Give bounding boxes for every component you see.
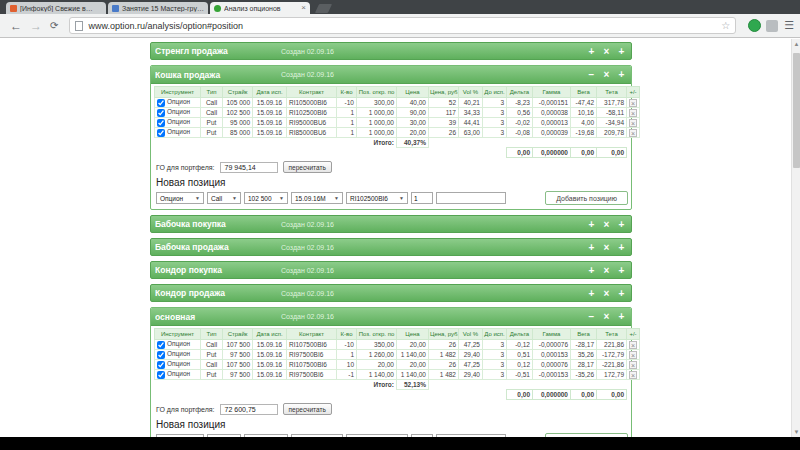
add-icon[interactable]: +	[616, 311, 627, 322]
cell: 300,00	[357, 98, 397, 108]
delete-row-icon[interactable]: ×	[629, 129, 637, 137]
delete-cell: ×	[627, 118, 640, 128]
cell: 90,00	[397, 108, 429, 118]
column-header: Vol %	[459, 87, 483, 98]
collapse-icon[interactable]: −	[586, 311, 597, 322]
table-header-row: ИнструментТипСтрайкДата исп.КонтрактК-во…	[155, 87, 640, 98]
delete-row-icon[interactable]: ×	[629, 371, 637, 379]
extension-icon[interactable]	[748, 19, 761, 32]
browser-tab[interactable]: [Инфокуб] Свежие в…	[6, 2, 106, 14]
delete-row-icon[interactable]: ×	[629, 109, 637, 117]
expand-icon[interactable]: +	[586, 265, 597, 276]
chevron-down-icon: ▼	[399, 195, 404, 201]
close-icon[interactable]: ×	[601, 219, 612, 230]
cell: 221,86	[597, 340, 627, 350]
menu-icon[interactable]: ☰	[784, 20, 794, 31]
column-header: До исп.	[483, 329, 507, 340]
refresh-icon[interactable]: ⟳	[50, 20, 58, 32]
option-row: ОпционCall107 50015.09.16RI107500BI6-103…	[155, 340, 640, 350]
cell: 107 500	[223, 340, 253, 350]
type-select[interactable]: Call▼	[207, 192, 241, 204]
expiry-select[interactable]: 15.09.16М▼	[291, 192, 343, 204]
cell: -10	[337, 98, 357, 108]
add-icon[interactable]: +	[616, 242, 627, 253]
cell: 3	[483, 108, 507, 118]
row-checkbox[interactable]	[157, 99, 165, 107]
cell: -58,11	[597, 108, 627, 118]
browser-tab-active[interactable]: Анализ опционов ×	[210, 2, 310, 14]
panel-header[interactable]: Бабочка продажа Создан 02.09.16 + × +	[150, 238, 632, 256]
instrument-cell: Опцион	[155, 98, 201, 108]
delete-row-icon[interactable]: ×	[629, 351, 637, 359]
delete-row-icon[interactable]: ×	[629, 119, 637, 127]
total-label: Итого:	[357, 380, 397, 390]
gamma-total: 0,000000	[533, 148, 571, 158]
cell: 317,78	[597, 98, 627, 108]
panel-title: Бабочка продажа	[155, 242, 281, 252]
add-icon[interactable]: +	[616, 288, 627, 299]
scroll-up-icon[interactable]: ▲	[793, 41, 800, 47]
cell: 15.09.16	[253, 340, 287, 350]
cell: 1 140,00	[397, 350, 429, 360]
close-icon[interactable]: ×	[601, 265, 612, 276]
instrument-cell: Опцион	[155, 108, 201, 118]
row-checkbox[interactable]	[157, 351, 165, 359]
panel-header[interactable]: Кондор продажа Создан 02.09.16 + × +	[150, 284, 632, 302]
cell: 15.09.16	[253, 360, 287, 370]
open-price-input[interactable]	[436, 192, 506, 204]
collapse-icon[interactable]: −	[586, 69, 597, 80]
close-icon[interactable]: ×	[601, 242, 612, 253]
add-icon[interactable]: +	[616, 219, 627, 230]
margin-value-field[interactable]: 79 945,14	[220, 162, 278, 173]
contract-select[interactable]: RI102500BI6▼	[346, 192, 408, 204]
expand-icon[interactable]: +	[586, 242, 597, 253]
extension-icon[interactable]	[766, 20, 778, 32]
expand-icon[interactable]: +	[586, 46, 597, 57]
panel-header[interactable]: Стренгл продажа Создан 02.09.16 + × +	[150, 42, 632, 60]
delete-row-icon[interactable]: ×	[629, 341, 637, 349]
panel-header[interactable]: Кондор покупка Создан 02.09.16 + × +	[150, 261, 632, 279]
close-icon[interactable]: ×	[601, 288, 612, 299]
margin-value-field[interactable]: 72 600,75	[220, 404, 278, 415]
back-icon[interactable]: ←	[10, 20, 22, 32]
instrument-select[interactable]: Опцион▼	[156, 192, 204, 204]
expand-icon[interactable]: +	[586, 288, 597, 299]
scroll-down-icon[interactable]: ▼	[793, 429, 800, 435]
delete-row-icon[interactable]: ×	[629, 99, 637, 107]
panel-header[interactable]: основная Создан 02.09.16 − × +	[151, 308, 631, 326]
forward-icon[interactable]: →	[30, 20, 42, 32]
add-position-button[interactable]: Добавить позицию	[545, 191, 628, 205]
row-checkbox[interactable]	[157, 341, 165, 349]
add-icon[interactable]: +	[616, 69, 627, 80]
tab-close-icon[interactable]: ×	[301, 4, 306, 12]
delete-row-icon[interactable]: ×	[629, 361, 637, 369]
close-icon[interactable]: ×	[601, 69, 612, 80]
scrollbar-thumb[interactable]	[793, 53, 800, 168]
panel-created-date: Создан 02.09.16	[281, 244, 586, 251]
close-icon[interactable]: ×	[601, 46, 612, 57]
panel-header[interactable]: Кошка продажа Создан 02.09.16 − × +	[151, 66, 631, 84]
bookmark-star-icon[interactable]: ☆	[721, 20, 730, 31]
new-tab-button[interactable]	[315, 4, 332, 13]
add-icon[interactable]: +	[616, 46, 627, 57]
row-checkbox[interactable]	[157, 129, 165, 137]
panel-header[interactable]: Бабочка покупка Создан 02.09.16 + × +	[150, 215, 632, 233]
quantity-input[interactable]	[411, 192, 433, 204]
row-checkbox[interactable]	[157, 361, 165, 369]
row-checkbox[interactable]	[157, 371, 165, 379]
expand-icon[interactable]: +	[586, 219, 597, 230]
strike-select[interactable]: 102 500▼	[244, 192, 288, 204]
row-checkbox[interactable]	[157, 119, 165, 127]
recalculate-button[interactable]: пересчитать	[283, 403, 332, 415]
add-icon[interactable]: +	[616, 265, 627, 276]
address-bar[interactable]: www.option.ru/analysis/option#position ☆	[69, 17, 736, 34]
close-icon[interactable]: ×	[601, 311, 612, 322]
recalculate-button[interactable]: пересчитать	[283, 161, 332, 173]
cell: -0,000151	[533, 98, 571, 108]
new-position-row: Опцион▼ Call▼ 102 500▼ 15.09.16М▼ RI1025…	[154, 191, 628, 205]
row-checkbox[interactable]	[157, 109, 165, 117]
browser-tab[interactable]: Занятие 15 Мастер-гру…	[108, 2, 208, 14]
column-header: +/-	[627, 87, 640, 98]
cell: -0,000153	[533, 370, 571, 380]
page-scrollbar[interactable]: ▲ ▼	[791, 39, 800, 437]
